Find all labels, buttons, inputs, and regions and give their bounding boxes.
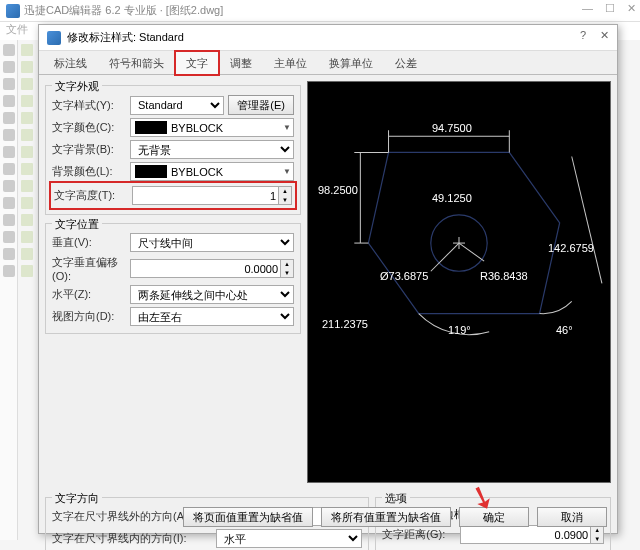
vert-select[interactable]: 尺寸线中间 — [130, 233, 294, 252]
help-icon[interactable]: ? — [580, 29, 586, 42]
dim-f: 142.6759 — [548, 242, 594, 254]
maximize-icon[interactable]: ☐ — [605, 2, 615, 15]
dialog-logo-icon — [47, 31, 61, 45]
color-select[interactable]: BYBLOCK▼ — [130, 118, 294, 137]
label-bg: 文字背景(B): — [52, 142, 126, 157]
height-input[interactable] — [132, 186, 279, 205]
label-height: 文字高度(T): — [54, 188, 128, 203]
dist-input[interactable] — [460, 525, 591, 544]
dim-d: Ø73.6875 — [380, 270, 428, 282]
offset-input[interactable] — [130, 259, 281, 278]
tab-symbols[interactable]: 符号和箭头 — [98, 51, 175, 74]
dim-i: 46° — [556, 324, 573, 336]
preview-pane: 94.7500 98.2500 49.1250 Ø73.6875 R36.843… — [307, 81, 611, 483]
dim-h: 119° — [448, 324, 471, 336]
dim-e: R36.8438 — [480, 270, 528, 282]
bg-select[interactable]: 无背景 — [130, 140, 294, 159]
height-spinner[interactable]: ▲▼ — [279, 186, 292, 205]
minimize-icon[interactable]: — — [582, 2, 593, 15]
toolbar-left-a[interactable] — [0, 40, 18, 540]
cancel-button[interactable]: 取消 — [537, 507, 607, 527]
label-offset: 文字垂直偏移(O): — [52, 255, 126, 282]
dim-c: 49.1250 — [432, 192, 472, 204]
group-position: 文字位置 垂直(V): 尺寸线中间 文字垂直偏移(O): ▲▼ 水平(Z): 两… — [45, 223, 301, 334]
tab-fit[interactable]: 调整 — [219, 51, 263, 74]
style-select[interactable]: Standard — [130, 96, 224, 115]
label-horiz: 水平(Z): — [52, 287, 126, 302]
tab-alt[interactable]: 换算单位 — [318, 51, 384, 74]
svg-line-9 — [572, 156, 602, 283]
label-indir: 文字在尺寸界线内的方向(I): — [52, 531, 212, 546]
tab-text[interactable]: 文字 — [175, 51, 219, 75]
tab-primary[interactable]: 主单位 — [263, 51, 318, 74]
indir-select[interactable]: 水平 — [216, 529, 362, 548]
dim-b: 98.2500 — [318, 184, 358, 196]
dialog-title: 修改标注样式: Standard — [67, 30, 184, 45]
label-style: 文字样式(Y): — [52, 98, 126, 113]
close-icon[interactable]: ✕ — [627, 2, 636, 15]
label-bgcolor: 背景颜色(L): — [52, 164, 126, 179]
horiz-select[interactable]: 两条延伸线之间中心处 — [130, 285, 294, 304]
dimstyle-dialog: 修改标注样式: Standard ? ✕ 标注线 符号和箭头 文字 调整 主单位… — [38, 24, 618, 534]
reset-all-button[interactable]: 将所有值重置为缺省值 — [321, 507, 451, 527]
dialog-close-icon[interactable]: ✕ — [600, 29, 609, 42]
group-appearance: 文字外观 文字样式(Y): Standard 管理器(E) 文字颜色(C): B… — [45, 85, 301, 215]
label-color: 文字颜色(C): — [52, 120, 126, 135]
toolbar-left-b[interactable] — [18, 40, 36, 540]
label-viewdir: 视图方向(D): — [52, 309, 126, 324]
tab-strip: 标注线 符号和箭头 文字 调整 主单位 换算单位 公差 — [39, 51, 617, 75]
dialog-titlebar: 修改标注样式: Standard ? ✕ — [39, 25, 617, 51]
manager-button[interactable]: 管理器(E) — [228, 95, 294, 115]
dist-spinner[interactable]: ▲▼ — [591, 525, 604, 544]
label-dist: 文字距离(G): — [382, 527, 456, 542]
offset-spinner[interactable]: ▲▼ — [281, 259, 294, 278]
tab-tol[interactable]: 公差 — [384, 51, 428, 74]
dim-g: 211.2375 — [322, 318, 368, 330]
viewdir-select[interactable]: 由左至右 — [130, 307, 294, 326]
reset-page-button[interactable]: 将页面值重置为缺省值 — [183, 507, 313, 527]
app-title: 迅捷CAD编辑器 6.2 专业版 · [图纸2.dwg] — [24, 3, 223, 18]
bgcolor-select[interactable]: BYBLOCK▼ — [130, 162, 294, 181]
tab-lines[interactable]: 标注线 — [43, 51, 98, 74]
dim-a: 94.7500 — [432, 122, 472, 134]
svg-line-8 — [459, 243, 484, 261]
label-vert: 垂直(V): — [52, 235, 126, 250]
app-titlebar: 迅捷CAD编辑器 6.2 专业版 · [图纸2.dwg] — ☐ ✕ — [0, 0, 640, 22]
ok-button[interactable]: 确定 — [459, 507, 529, 527]
app-logo-icon — [6, 4, 20, 18]
